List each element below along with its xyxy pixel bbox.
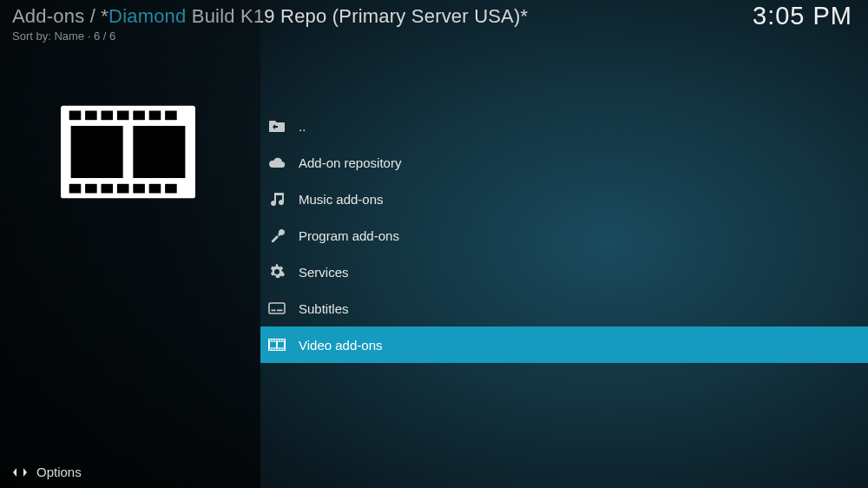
svg-rect-23 (275, 340, 277, 341)
list-item-label: Music add-ons (299, 192, 384, 207)
category-thumbnail (61, 104, 195, 200)
sidebar (0, 0, 260, 488)
tools-icon (267, 226, 286, 245)
clock: 3:05 PM (753, 2, 852, 30)
svg-rect-6 (149, 111, 161, 121)
gear-icon (267, 262, 286, 281)
svg-rect-7 (165, 111, 177, 121)
svg-rect-10 (102, 184, 114, 194)
svg-rect-25 (280, 340, 282, 341)
film-icon (267, 335, 286, 354)
list-item-label: Services (299, 265, 349, 280)
svg-rect-4 (117, 111, 129, 121)
svg-rect-13 (149, 184, 161, 194)
svg-rect-29 (275, 348, 277, 350)
svg-rect-33 (270, 342, 276, 348)
svg-rect-8 (69, 184, 82, 194)
list-item-label: Program add-ons (299, 228, 399, 243)
options-label: Options (36, 465, 82, 479)
list-item-label: Add-on repository (299, 155, 401, 170)
svg-rect-32 (283, 348, 285, 350)
addon-category-list: .. Add-on repository Music add-ons Progr… (260, 108, 868, 363)
list-item-subtitles[interactable]: Subtitles (260, 290, 868, 326)
list-item-parent[interactable]: .. (260, 108, 868, 144)
list-item-services[interactable]: Services (260, 254, 868, 290)
svg-rect-2 (85, 111, 97, 121)
svg-rect-27 (270, 348, 272, 350)
list-item-addon-repository[interactable]: Add-on repository (260, 144, 868, 181)
svg-rect-9 (85, 184, 97, 194)
list-item-label: .. (299, 119, 306, 134)
svg-rect-26 (283, 340, 285, 341)
list-item-music-addons[interactable]: Music add-ons (260, 181, 868, 217)
subtitles-icon (267, 299, 286, 318)
svg-rect-12 (133, 184, 145, 194)
svg-rect-16 (133, 126, 185, 178)
svg-rect-30 (278, 348, 279, 350)
svg-rect-22 (273, 340, 274, 341)
footer-options[interactable]: Options (12, 465, 82, 479)
svg-rect-3 (102, 111, 114, 121)
svg-rect-17 (269, 303, 285, 313)
svg-rect-14 (165, 184, 177, 194)
folder-back-icon (267, 116, 286, 135)
svg-rect-31 (280, 348, 282, 350)
options-icon (12, 466, 28, 478)
svg-rect-1 (69, 111, 82, 121)
list-item-label: Video add-ons (299, 338, 382, 353)
svg-rect-21 (270, 340, 272, 341)
svg-rect-28 (273, 348, 274, 350)
svg-rect-34 (278, 342, 284, 348)
svg-rect-19 (277, 310, 283, 312)
cloud-icon (267, 153, 286, 172)
list-item-video-addons[interactable]: Video add-ons (260, 326, 868, 363)
svg-rect-18 (272, 310, 276, 312)
list-item-program-addons[interactable]: Program add-ons (260, 217, 868, 254)
svg-rect-11 (117, 184, 129, 194)
svg-rect-24 (278, 340, 279, 341)
music-note-icon (267, 189, 286, 208)
list-item-label: Subtitles (299, 301, 349, 316)
svg-rect-15 (71, 126, 123, 178)
svg-rect-5 (133, 111, 145, 121)
